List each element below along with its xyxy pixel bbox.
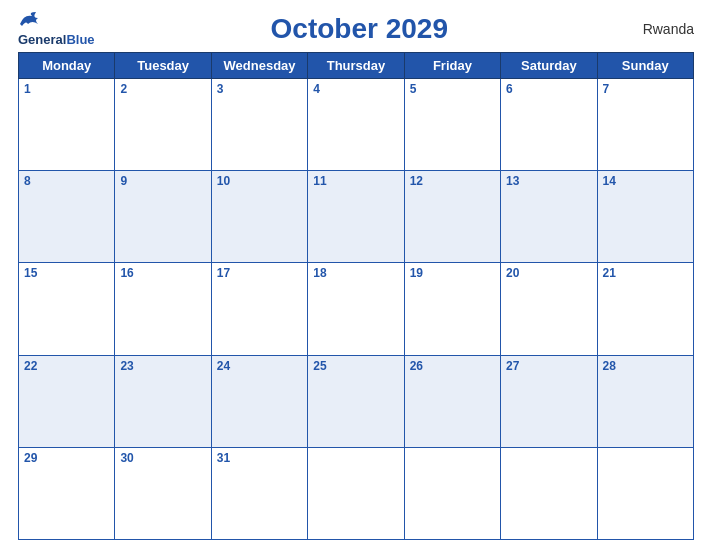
week-row-5: 29 30 31 <box>19 447 694 539</box>
bird-icon <box>18 10 46 30</box>
week-row-3: 15 16 17 18 19 20 21 <box>19 263 694 355</box>
header-monday: Monday <box>19 53 115 79</box>
day-29: 29 <box>19 447 115 539</box>
day-19: 19 <box>404 263 500 355</box>
day-4: 4 <box>308 79 404 171</box>
day-17: 17 <box>211 263 307 355</box>
logo: GeneralBlue <box>18 10 95 48</box>
day-21: 21 <box>597 263 693 355</box>
day-14: 14 <box>597 171 693 263</box>
day-empty-4 <box>597 447 693 539</box>
day-18: 18 <box>308 263 404 355</box>
day-1: 1 <box>19 79 115 171</box>
logo-general: General <box>18 32 66 47</box>
day-10: 10 <box>211 171 307 263</box>
day-28: 28 <box>597 355 693 447</box>
week-row-4: 22 23 24 25 26 27 28 <box>19 355 694 447</box>
day-12: 12 <box>404 171 500 263</box>
header-thursday: Thursday <box>308 53 404 79</box>
day-22: 22 <box>19 355 115 447</box>
calendar-table: Monday Tuesday Wednesday Thursday Friday… <box>18 52 694 540</box>
day-empty-1 <box>308 447 404 539</box>
day-8: 8 <box>19 171 115 263</box>
day-3: 3 <box>211 79 307 171</box>
day-7: 7 <box>597 79 693 171</box>
day-25: 25 <box>308 355 404 447</box>
header-tuesday: Tuesday <box>115 53 211 79</box>
day-15: 15 <box>19 263 115 355</box>
header-sunday: Sunday <box>597 53 693 79</box>
day-11: 11 <box>308 171 404 263</box>
header-wednesday: Wednesday <box>211 53 307 79</box>
day-6: 6 <box>501 79 597 171</box>
week-row-2: 8 9 10 11 12 13 14 <box>19 171 694 263</box>
day-26: 26 <box>404 355 500 447</box>
day-9: 9 <box>115 171 211 263</box>
day-2: 2 <box>115 79 211 171</box>
calendar-header: GeneralBlue October 2029 Rwanda <box>18 10 694 48</box>
day-empty-3 <box>501 447 597 539</box>
day-27: 27 <box>501 355 597 447</box>
weekday-header-row: Monday Tuesday Wednesday Thursday Friday… <box>19 53 694 79</box>
header-friday: Friday <box>404 53 500 79</box>
day-5: 5 <box>404 79 500 171</box>
calendar-title: October 2029 <box>271 13 448 44</box>
calendar-title-area: October 2029 <box>95 13 624 45</box>
header-saturday: Saturday <box>501 53 597 79</box>
week-row-1: 1 2 3 4 5 6 7 <box>19 79 694 171</box>
logo-blue: Blue <box>66 32 94 47</box>
country-label: Rwanda <box>624 21 694 37</box>
day-20: 20 <box>501 263 597 355</box>
day-13: 13 <box>501 171 597 263</box>
day-31: 31 <box>211 447 307 539</box>
day-24: 24 <box>211 355 307 447</box>
day-16: 16 <box>115 263 211 355</box>
day-23: 23 <box>115 355 211 447</box>
day-empty-2 <box>404 447 500 539</box>
day-30: 30 <box>115 447 211 539</box>
